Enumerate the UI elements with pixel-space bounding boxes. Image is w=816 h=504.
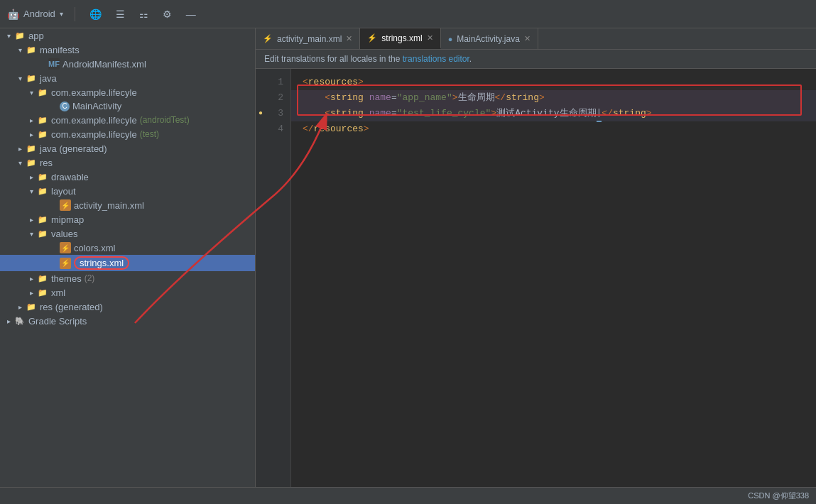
- folder-icon-com: 📁: [37, 87, 48, 98]
- arrow-app[interactable]: [3, 32, 14, 40]
- label-themes: themes: [51, 273, 82, 284]
- xml-icon-colors: ⚡: [60, 242, 71, 253]
- tab-label-activity-main-xml: activity_main.xml: [277, 34, 342, 44]
- code-line-3: <string name="test_life_cycle">测试Activit…: [291, 106, 816, 121]
- sidebar-item-androidmanifest[interactable]: MF AndroidManifest.xml: [0, 57, 255, 71]
- arrow-java-generated[interactable]: [14, 145, 26, 153]
- arrow-test[interactable]: [26, 131, 37, 138]
- status-bar-text: CSDN @仰望338: [748, 491, 809, 501]
- arrow-res[interactable]: [14, 159, 26, 167]
- arrow-manifests[interactable]: [14, 46, 26, 54]
- xml-icon-strings: ⚡: [60, 258, 71, 269]
- tab-activity-main-xml[interactable]: ⚡ activity_main.xml ✕: [256, 28, 360, 49]
- gradle-icon: 🐘: [14, 315, 26, 327]
- folder-icon-mipmap: 📁: [37, 214, 48, 225]
- label-xml: xml: [51, 287, 65, 298]
- translations-editor-link[interactable]: translations editor: [403, 54, 469, 64]
- folder-icon-app: 📁: [14, 30, 26, 41]
- arrow-res-generated[interactable]: [14, 303, 26, 311]
- code-area[interactable]: <resources> <string name="app_name">生命周期…: [291, 69, 816, 487]
- minimize-icon[interactable]: —: [183, 7, 199, 21]
- sidebar-item-res-generated[interactable]: 📁 res (generated): [0, 300, 255, 314]
- arrow-com[interactable]: [26, 89, 37, 97]
- info-bar-text: Edit translations for all locales in the: [264, 54, 403, 64]
- arrow-mipmap[interactable]: [26, 216, 37, 224]
- line-number-4: 4: [256, 121, 290, 137]
- line-numbers: 1 2 3 4: [256, 69, 291, 487]
- sidebar-item-gradle[interactable]: 🐘 Gradle Scripts: [0, 314, 255, 328]
- label-androidmanifest: AndroidManifest.xml: [62, 59, 146, 70]
- folder-icon-drawable: 📁: [37, 171, 48, 182]
- label-java-generated: java (generated): [40, 143, 107, 154]
- label-activity-main-xml: activity_main.xml: [74, 200, 144, 211]
- sidebar-item-java[interactable]: 📁 java: [0, 71, 255, 85]
- label-androidtest: com.example.lifecyle: [51, 115, 137, 126]
- label-gradle: Gradle Scripts: [28, 316, 87, 327]
- code-line-1: <resources>: [291, 75, 816, 90]
- arrow-values[interactable]: [26, 230, 37, 238]
- sidebar-item-colors-xml[interactable]: ⚡ colors.xml: [0, 241, 255, 255]
- tab-strings-xml[interactable]: ⚡ strings.xml ✕: [360, 28, 440, 49]
- sidebar-item-com-example-lifecyle[interactable]: 📁 com.example.lifecyle: [0, 85, 255, 99]
- sidebar-item-drawable[interactable]: 📁 drawable: [0, 170, 255, 184]
- sidebar-item-activity-main-xml[interactable]: ⚡ activity_main.xml: [0, 198, 255, 212]
- folder-icon-values: 📁: [37, 228, 48, 239]
- label-test: com.example.lifecyle: [51, 129, 137, 140]
- label-mipmap: mipmap: [51, 214, 84, 225]
- status-bar: CSDN @仰望338: [0, 487, 816, 504]
- label-res-generated: res (generated): [40, 302, 103, 312]
- sidebar-item-xml[interactable]: 📁 xml: [0, 285, 255, 300]
- tab-close-mainactivity-java[interactable]: ✕: [524, 34, 531, 43]
- folder-icon-manifests: 📁: [26, 44, 37, 55]
- sidebar-item-app[interactable]: 📁 app: [0, 28, 255, 43]
- tab-icon-mainactivity-java: ●: [448, 35, 453, 43]
- sidebar-item-strings-xml[interactable]: ⚡ strings.xml: [0, 255, 255, 271]
- java-icon: C: [60, 102, 70, 111]
- label-com-example-lifecyle: com.example.lifecyle: [51, 87, 137, 98]
- sidebar-item-res[interactable]: 📁 res: [0, 155, 255, 170]
- sidebar-item-mainactivity[interactable]: C MainActivity: [0, 99, 255, 113]
- code-tag-resources: resources: [308, 75, 358, 90]
- folder-icon-res-generated: 📁: [26, 301, 37, 312]
- line-number-1: 1: [256, 75, 290, 90]
- tab-bar: ⚡ activity_main.xml ✕ ⚡ strings.xml ✕ ● …: [256, 28, 816, 50]
- format-icon[interactable]: ☰: [113, 7, 128, 21]
- navigate-backward-icon[interactable]: 🌐: [87, 7, 104, 21]
- sidebar-item-androidtest[interactable]: 📁 com.example.lifecyle (androidTest): [0, 113, 255, 127]
- sidebar-item-mipmap[interactable]: 📁 mipmap: [0, 212, 255, 226]
- label-java: java: [40, 73, 57, 84]
- arrow-themes[interactable]: [26, 275, 37, 283]
- settings-icon[interactable]: ⚙: [160, 7, 175, 21]
- line-number-2: 2: [256, 90, 290, 106]
- sidebar-item-test[interactable]: 📁 com.example.lifecyle (test): [0, 127, 255, 141]
- arrow-gradle[interactable]: [3, 317, 14, 325]
- code-bracket-open-1: <: [303, 75, 308, 90]
- xml-file-icon-activity: ⚡: [60, 199, 71, 211]
- sidebar-item-java-generated[interactable]: 📁 java (generated): [0, 141, 255, 155]
- tab-mainactivity-java[interactable]: ● MainActivity.java ✕: [441, 28, 538, 49]
- code-indent-2: [303, 90, 325, 106]
- label-themes-count: (2): [85, 273, 95, 283]
- sidebar-item-manifests[interactable]: 📁 manifests: [0, 43, 255, 57]
- sidebar-item-values[interactable]: 📁 values: [0, 226, 255, 241]
- folder-icon-themes: 📁: [37, 273, 48, 284]
- label-colors-xml: colors.xml: [74, 243, 116, 253]
- sidebar-item-layout[interactable]: 📁 layout: [0, 184, 255, 198]
- arrow-xml[interactable]: [26, 289, 37, 297]
- code-line-2: <string name="app_name">生命周期</string>: [291, 90, 816, 106]
- arrow-java[interactable]: [14, 75, 26, 82]
- project-name: Android: [23, 9, 55, 19]
- sidebar-item-themes[interactable]: 📁 themes (2): [0, 271, 255, 285]
- manifest-icon: MF: [48, 58, 60, 70]
- editor-content[interactable]: 1 2 3 4 <resources> <string name="app_na…: [256, 69, 816, 487]
- arrow-layout[interactable]: [26, 187, 37, 195]
- line-number-3: 3: [256, 106, 290, 121]
- arrow-drawable[interactable]: [26, 173, 37, 181]
- separator-1: [75, 7, 75, 21]
- tab-close-activity-main-xml[interactable]: ✕: [346, 34, 352, 43]
- tab-icon-strings-xml: ⚡: [367, 33, 377, 43]
- tab-close-strings-xml[interactable]: ✕: [427, 33, 433, 43]
- align-icon[interactable]: ⚏: [136, 7, 151, 21]
- arrow-androidtest[interactable]: [26, 116, 37, 124]
- dropdown-arrow[interactable]: ▾: [60, 10, 63, 18]
